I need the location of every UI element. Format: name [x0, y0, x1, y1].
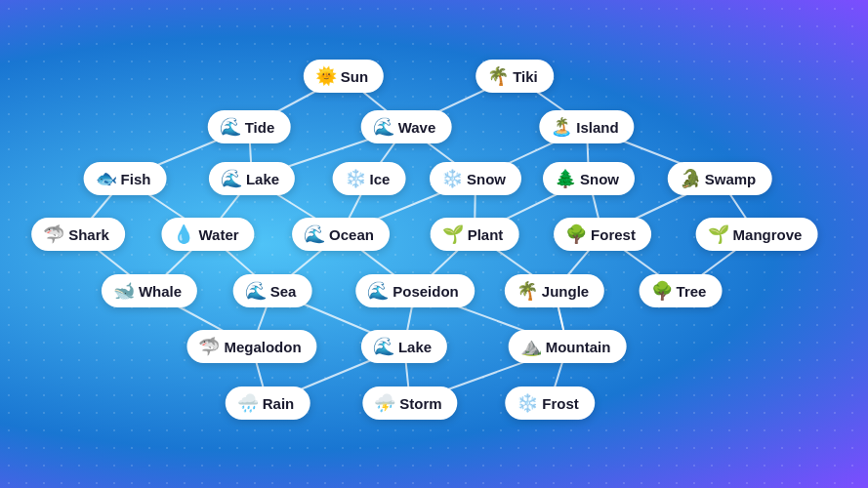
- icon-sea: 🌊: [245, 282, 267, 300]
- node-sun: 🌞Sun: [304, 60, 384, 93]
- node-lake1: 🌊Lake: [209, 162, 295, 195]
- icon-tide: 🌊: [220, 118, 241, 136]
- node-lake2: 🌊Lake: [361, 330, 447, 363]
- label-jungle: Jungle: [542, 283, 589, 300]
- node-forest: 🌳Forest: [554, 218, 651, 251]
- label-whale: Whale: [139, 283, 182, 300]
- node-fish: 🐟Fish: [84, 162, 167, 195]
- label-swamp: Swamp: [705, 171, 757, 187]
- node-tide: 🌊Tide: [208, 110, 291, 143]
- graph-container: 🌞Sun🌴Tiki🌊Tide🌊Wave🏝️Island🐟Fish🌊Lake❄️I…: [0, 0, 868, 488]
- node-swamp: 🐊Swamp: [668, 162, 772, 195]
- icon-tiki: 🌴: [487, 67, 509, 85]
- node-poseidon: 🌊Poseidon: [355, 274, 475, 307]
- node-whale: 🐋Whale: [102, 274, 197, 307]
- icon-jungle: 🌴: [517, 282, 538, 300]
- node-mountain: ⛰️Mountain: [509, 330, 627, 363]
- node-snow1: ❄️Snow: [430, 162, 521, 195]
- icon-sun: 🌞: [315, 67, 337, 85]
- label-megalodon: Megalodon: [224, 339, 301, 355]
- icon-lake2: 🌊: [373, 338, 394, 355]
- label-wave: Wave: [398, 119, 436, 136]
- node-megalodon: 🦈Megalodon: [186, 330, 316, 363]
- icon-fish: 🐟: [96, 170, 117, 187]
- node-jungle: 🌴Jungle: [505, 274, 604, 307]
- icon-shark: 🦈: [43, 225, 64, 243]
- icon-lake1: 🌊: [221, 170, 242, 187]
- label-tiki: Tiki: [513, 68, 538, 85]
- icon-forest: 🌳: [565, 225, 587, 243]
- label-mangrove: Mangrove: [733, 226, 803, 243]
- label-forest: Forest: [591, 226, 636, 243]
- node-frost: ❄️Frost: [505, 386, 595, 420]
- node-island: 🏝️Island: [539, 110, 634, 143]
- icon-snow2: 🌲: [555, 170, 576, 187]
- icon-rain: 🌧️: [237, 394, 259, 412]
- icon-wave: 🌊: [373, 118, 394, 136]
- label-water: Water: [198, 226, 238, 243]
- icon-swamp: 🐊: [680, 170, 701, 187]
- icon-plant: 🌱: [442, 225, 464, 243]
- icon-megalodon: 🦈: [198, 338, 220, 355]
- icon-mountain: ⛰️: [520, 338, 542, 355]
- node-tree: 🌳Tree: [640, 274, 723, 307]
- label-lake2: Lake: [398, 339, 432, 355]
- icon-ocean: 🌊: [304, 225, 325, 243]
- node-storm: ⛈️Storm: [362, 386, 457, 420]
- icon-snow1: ❄️: [441, 170, 463, 187]
- node-water: 💧Water: [161, 218, 254, 251]
- label-sun: Sun: [341, 68, 368, 85]
- icon-island: 🏝️: [551, 118, 572, 136]
- label-shark: Shark: [68, 226, 109, 243]
- label-ice: Ice: [370, 171, 391, 187]
- node-ocean: 🌊Ocean: [292, 218, 390, 251]
- node-wave: 🌊Wave: [361, 110, 452, 143]
- label-mountain: Mountain: [546, 339, 611, 355]
- node-snow2: 🌲Snow: [543, 162, 635, 195]
- icon-tree: 🌳: [651, 282, 673, 300]
- label-rain: Rain: [263, 395, 295, 412]
- node-plant: 🌱Plant: [431, 218, 519, 251]
- label-frost: Frost: [542, 395, 579, 412]
- node-rain: 🌧️Rain: [226, 386, 310, 420]
- label-plant: Plant: [468, 226, 504, 243]
- label-ocean: Ocean: [329, 226, 374, 243]
- node-ice: ❄️Ice: [333, 162, 406, 195]
- node-mangrove: 🌱Mangrove: [696, 218, 818, 251]
- label-snow2: Snow: [580, 171, 619, 187]
- icon-storm: ⛈️: [374, 394, 395, 412]
- label-storm: Storm: [399, 395, 441, 412]
- label-fish: Fish: [121, 171, 151, 187]
- label-sea: Sea: [270, 283, 297, 300]
- node-shark: 🦈Shark: [31, 218, 125, 251]
- icon-water: 💧: [173, 225, 194, 243]
- label-tree: Tree: [677, 283, 707, 300]
- label-tide: Tide: [245, 119, 275, 136]
- node-sea: 🌊Sea: [233, 274, 312, 307]
- label-island: Island: [576, 119, 618, 136]
- node-tiki: 🌴Tiki: [475, 60, 554, 93]
- icon-frost: ❄️: [517, 394, 538, 412]
- icon-whale: 🐋: [113, 282, 135, 300]
- icon-ice: ❄️: [345, 170, 366, 187]
- icon-mangrove: 🌱: [708, 225, 729, 243]
- icon-poseidon: 🌊: [367, 282, 389, 300]
- label-lake1: Lake: [246, 171, 279, 187]
- label-snow1: Snow: [467, 171, 506, 187]
- label-poseidon: Poseidon: [393, 283, 459, 300]
